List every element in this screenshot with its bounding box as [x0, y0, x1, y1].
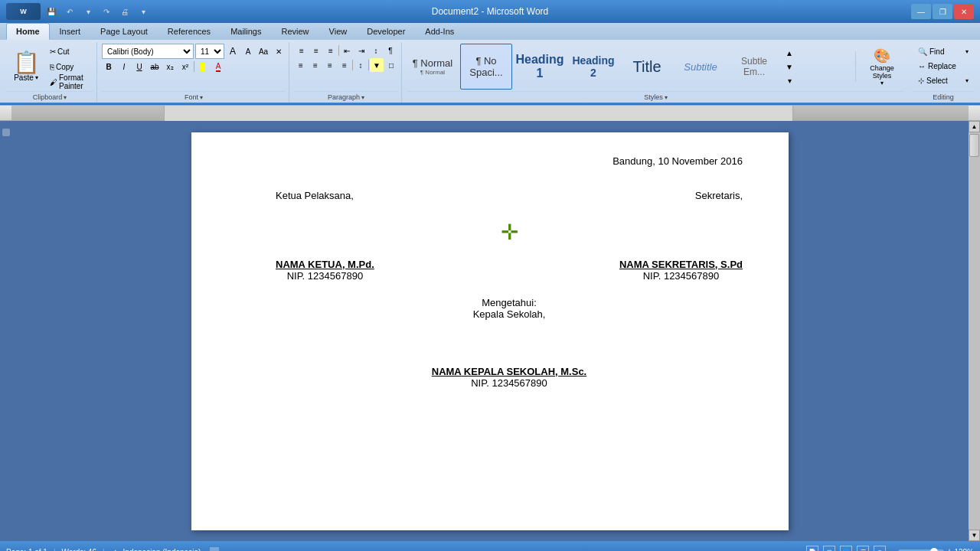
left-panel	[0, 121, 11, 541]
save-button[interactable]: 💾	[44, 5, 59, 18]
ruler-marks-svg	[165, 106, 792, 121]
shading-button[interactable]: ▼	[370, 58, 384, 72]
full-screen-view-btn[interactable]: ⊡	[823, 546, 835, 551]
decrease-font-size-button[interactable]: A	[241, 44, 255, 58]
font-family-select[interactable]: Calibri (Body)	[102, 44, 194, 59]
tab-page-layout[interactable]: Page Layout	[90, 23, 158, 40]
web-layout-view-btn[interactable]: 🌐	[840, 546, 852, 551]
numbering-button[interactable]: ≡	[309, 44, 323, 57]
paste-button[interactable]: 📋 Paste ▾	[6, 49, 46, 85]
borders-button[interactable]: □	[384, 58, 398, 72]
vertical-ruler-toggle[interactable]	[2, 129, 10, 136]
redo-button[interactable]: ↷	[99, 5, 114, 18]
minimize-button[interactable]: —	[911, 4, 931, 19]
bold-button[interactable]: B	[102, 60, 116, 73]
tab-home[interactable]: Home	[6, 23, 50, 40]
show-all-button[interactable]: ¶	[384, 44, 397, 57]
replace-icon: ↔	[918, 62, 926, 70]
select-button[interactable]: ⊹ Select ▾	[913, 74, 974, 87]
decrease-indent-button[interactable]: ⇤	[340, 44, 354, 57]
status-right: 📄 ⊡ 🌐 ☰ ≡ − + 120%	[806, 546, 974, 551]
style-subtle-emphasis[interactable]: Subtle Em...	[728, 44, 780, 90]
center-nip: NIP. 1234567890	[276, 377, 743, 389]
scroll-thumb[interactable]	[969, 134, 979, 157]
ribbon-bottom-line	[0, 103, 980, 105]
underline-button[interactable]: U	[132, 60, 146, 73]
align-right-button[interactable]: ≡	[323, 58, 337, 72]
justify-button[interactable]: ≡	[338, 58, 351, 72]
tab-references[interactable]: References	[158, 23, 220, 40]
clipboard-dialog-launcher[interactable]: ▾	[64, 94, 67, 101]
subscript-button[interactable]: x₂	[163, 60, 177, 73]
cut-button[interactable]: ✂ Cut	[47, 44, 93, 58]
tab-insert[interactable]: Insert	[50, 23, 91, 40]
style-no-spacing[interactable]: ¶ No Spaci...	[460, 44, 512, 90]
scroll-down-button[interactable]: ▼	[969, 530, 980, 541]
right-scrollbar[interactable]: ▲ ▼	[969, 121, 980, 541]
styles-scroll-down[interactable]: ▼	[783, 60, 795, 73]
layout-icon	[210, 547, 219, 551]
tab-view[interactable]: View	[319, 23, 358, 40]
ruler-main[interactable]	[165, 106, 792, 120]
tab-mailings[interactable]: Mailings	[220, 23, 271, 40]
styles-more[interactable]: ▾	[783, 74, 795, 86]
style-heading1[interactable]: Heading 1	[514, 44, 566, 90]
style-subtitle[interactable]: Subtitle	[675, 44, 727, 90]
style-heading2[interactable]: Heading 2	[567, 44, 619, 90]
spell-check-icon: ✓	[111, 548, 117, 552]
clear-formatting-button[interactable]: ✕	[272, 44, 286, 58]
find-dropdown[interactable]: ▾	[965, 48, 969, 55]
close-button[interactable]: ✕	[954, 4, 974, 19]
paragraph-dialog-launcher[interactable]: ▾	[361, 94, 364, 101]
draft-view-btn[interactable]: ≡	[874, 546, 886, 551]
undo-button[interactable]: ↶	[62, 5, 77, 18]
style-normal[interactable]: ¶ Normal ¶ Normal	[407, 44, 459, 90]
tab-add-ins[interactable]: Add-Ins	[415, 23, 464, 40]
font-size-select[interactable]: 11	[195, 44, 224, 59]
styles-scroll-up[interactable]: ▲	[783, 47, 795, 59]
multilevel-list-button[interactable]: ≡	[324, 44, 338, 57]
language: Indonesian (Indonesia)	[123, 548, 201, 552]
qat-dropdown[interactable]: ▾	[136, 5, 151, 18]
maximize-button[interactable]: ❐	[933, 4, 952, 19]
copy-button[interactable]: ⎘ Copy	[47, 60, 93, 73]
font-color-button[interactable]: A	[211, 60, 225, 73]
print-layout-view-btn[interactable]: 📄	[806, 546, 818, 551]
tab-review[interactable]: Review	[271, 23, 318, 40]
zoom-in-button[interactable]: +	[946, 546, 952, 551]
print-preview-button[interactable]: 🖨	[117, 5, 132, 18]
undo-dropdown[interactable]: ▾	[80, 5, 96, 18]
italic-button[interactable]: I	[117, 60, 131, 73]
tab-developer[interactable]: Developer	[357, 23, 415, 40]
paste-dropdown-arrow[interactable]: ▾	[35, 74, 38, 81]
increase-font-size-button[interactable]: A	[226, 44, 240, 58]
increase-indent-button[interactable]: ⇥	[354, 44, 368, 57]
sort-button[interactable]: ↕	[369, 44, 383, 57]
replace-button[interactable]: ↔ Replace	[913, 60, 974, 73]
zoom-level: 120%	[954, 548, 974, 552]
change-styles-button[interactable]: 🎨 ChangeStyles ▾	[859, 44, 905, 90]
scroll-track[interactable]	[969, 132, 979, 530]
select-label: Select	[926, 77, 948, 85]
align-left-button[interactable]: ≡	[294, 58, 308, 72]
format-painter-button[interactable]: 🖌 Format Painter	[47, 75, 93, 89]
zoom-out-button[interactable]: −	[890, 546, 896, 551]
document-viewport[interactable]: Bandung, 10 November 2016 Ketua Pelaksan…	[11, 121, 969, 541]
line-spacing-button[interactable]: ↕	[354, 58, 368, 72]
select-dropdown[interactable]: ▾	[965, 77, 969, 84]
outline-view-btn[interactable]: ☰	[857, 546, 869, 551]
date-line: Bandung, 10 November 2016	[276, 155, 743, 167]
right-nip: NIP. 1234567890	[619, 270, 743, 282]
highlight-color-button[interactable]: A	[196, 60, 210, 73]
styles-dialog-launcher[interactable]: ▾	[665, 94, 668, 101]
align-center-button[interactable]: ≡	[309, 58, 322, 72]
superscript-button[interactable]: x²	[178, 60, 192, 73]
find-button[interactable]: 🔍 Find ▾	[913, 45, 974, 58]
strikethrough-button[interactable]: ab	[148, 60, 162, 73]
scroll-up-button[interactable]: ▲	[969, 121, 980, 132]
font-dialog-launcher[interactable]: ▾	[200, 94, 203, 101]
paste-icon: 📋	[13, 52, 40, 73]
style-title[interactable]: Title	[621, 44, 673, 90]
bullets-button[interactable]: ≡	[295, 44, 309, 57]
change-case-button[interactable]: Aa	[256, 44, 270, 58]
